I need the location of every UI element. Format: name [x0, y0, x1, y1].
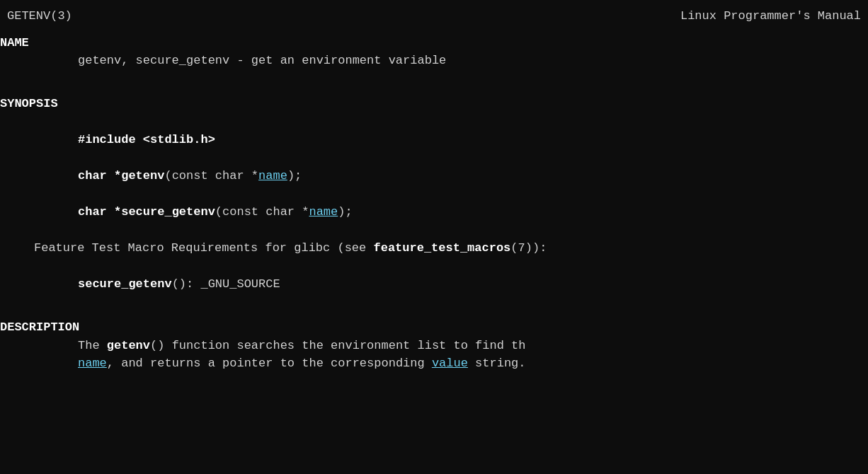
proto2-pre: char * [78, 205, 121, 219]
header-left: GETENV(3) [7, 7, 72, 25]
proto2-func: secure_getenv [121, 205, 215, 219]
proto2-name-link[interactable]: name [309, 205, 338, 219]
proto2-line: char *secure_getenv(const char *name); [0, 203, 868, 221]
proto1-func: getenv [121, 169, 164, 183]
desc-name-link[interactable]: name [78, 357, 107, 370]
section-name: NAME getenv, secure_getenv - get an envi… [0, 34, 868, 70]
proto1-line: char *getenv(const char *name); [0, 167, 868, 185]
desc-line1-bold: getenv [107, 339, 150, 352]
description-line2: name, and returns a pointer to the corre… [0, 354, 868, 373]
secure-macro: (): _GNU_SOURCE [172, 277, 280, 291]
header-right: Linux Programmer's Manual [680, 7, 861, 25]
man-header: GETENV(3) Linux Programmer's Manual [0, 7, 868, 25]
proto1-args-post: ); [287, 169, 302, 183]
proto1-pre: char * [78, 169, 121, 183]
proto2-args-post: ); [338, 205, 352, 219]
desc-line1-pre: The [78, 339, 107, 352]
section-synopsis: SYNOPSIS #include <stdlib.h> char *geten… [0, 95, 868, 294]
desc-line1-post: () function searches the environment lis… [150, 339, 526, 352]
proto2-args-pre: (const char * [215, 205, 309, 219]
name-title: NAME [0, 34, 868, 52]
feature-post: (7)): [510, 241, 547, 255]
secure-macro-line: secure_getenv(): _GNU_SOURCE [0, 275, 868, 294]
name-content: getenv, secure_getenv - get an environme… [0, 52, 868, 70]
secure-func: secure_getenv [78, 277, 172, 291]
proto1-name-link[interactable]: name [258, 169, 287, 183]
synopsis-title: SYNOPSIS [0, 95, 868, 113]
desc-value-link[interactable]: value [432, 357, 468, 370]
include-text: #include <stdlib.h> [78, 133, 215, 146]
include-line: #include <stdlib.h> [0, 131, 868, 149]
desc-line2-post: string. [468, 357, 526, 370]
feature-pre: Feature Test Macro Requirements for glib… [34, 241, 373, 255]
desc-line2-mid: , and returns a pointer to the correspon… [107, 357, 432, 370]
man-page: GETENV(3) Linux Programmer's Manual NAME… [0, 0, 868, 474]
section-description: DESCRIPTION The getenv() function search… [0, 318, 868, 373]
description-title: DESCRIPTION [0, 318, 868, 337]
proto1-args-pre: (const char * [164, 169, 258, 183]
feature-bold: feature_test_macros [373, 241, 510, 255]
description-line1: The getenv() function searches the envir… [0, 337, 868, 355]
feature-line: Feature Test Macro Requirements for glib… [0, 239, 868, 258]
